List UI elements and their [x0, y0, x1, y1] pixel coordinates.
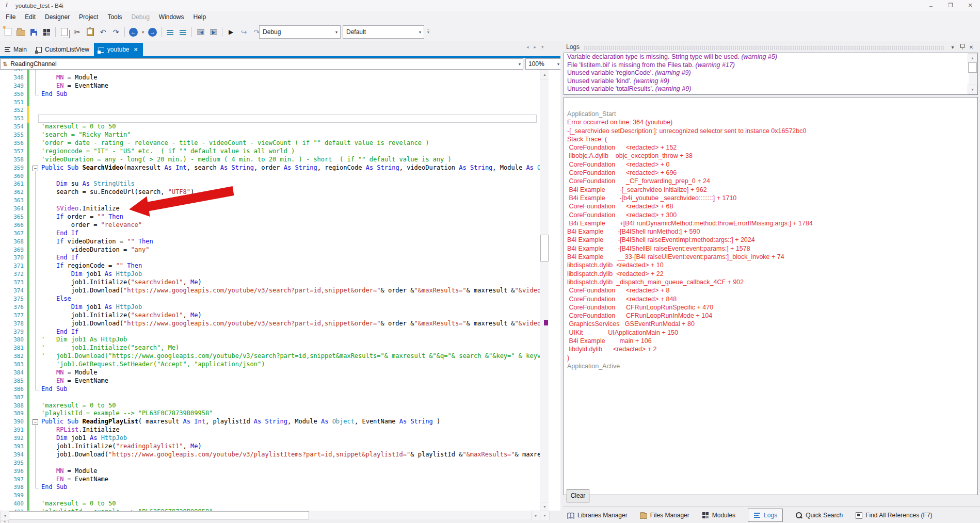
tab-list-icon[interactable]: ▾ [541, 44, 544, 50]
scrollbar-thumb[interactable] [540, 235, 549, 262]
code-line: 391 RPList.Initialize [0, 426, 540, 434]
code-line: 362 search = su.EncodeUrl(search, "UTF8"… [0, 188, 540, 197]
tab-files-manager[interactable]: Files Manager [640, 509, 689, 521]
paste-button[interactable] [84, 26, 96, 38]
fold-margin [30, 82, 41, 90]
menu-help[interactable]: Help [189, 12, 211, 22]
fold-toggle[interactable] [30, 164, 41, 172]
save-button[interactable] [28, 26, 40, 38]
code-text: 'regioncode = "IT" - "US" etc. ( if "" d… [41, 148, 295, 156]
tab-find-all-references[interactable]: Find All References (F7) [855, 509, 932, 521]
open-file-button[interactable] [15, 26, 27, 38]
change-marker [27, 74, 29, 82]
code-text: videoDuration = "any" [41, 246, 150, 254]
change-marker [27, 148, 29, 156]
cut-button[interactable]: ✂ [71, 26, 83, 38]
build-configuration-select[interactable]: Debug ▾ [259, 25, 341, 39]
fold-margin [30, 70, 41, 74]
menu-tools[interactable]: Tools [103, 12, 126, 22]
scroll-up-icon[interactable]: ▲ [968, 53, 977, 63]
run-button[interactable]: ▶ [225, 26, 237, 38]
redo-icon: ↷ [113, 28, 119, 36]
panel-close-icon[interactable]: ✕ [967, 44, 976, 50]
fold-margin [30, 197, 41, 205]
scrollbar-thumb[interactable] [968, 62, 977, 73]
code-text: End If [41, 328, 78, 336]
save-all-button[interactable] [41, 26, 53, 38]
copy-button[interactable] [58, 26, 70, 38]
line-number: 400 [0, 500, 27, 508]
scroll-left-icon[interactable]: ◄ [0, 520, 9, 523]
toolbar-separator [124, 27, 125, 37]
tab-modules[interactable]: Modules [702, 509, 735, 521]
menu-windows[interactable]: Windows [154, 12, 189, 22]
tab-customlistview[interactable]: CustomListView [31, 43, 94, 56]
scroll-down-icon[interactable]: ▼ [968, 85, 977, 94]
fold-margin [30, 279, 41, 287]
menu-debug[interactable]: Debug [126, 12, 154, 22]
redo-button[interactable]: ↷ [110, 26, 122, 38]
navigate-forward-button[interactable]: → [147, 26, 158, 38]
tab-close-icon[interactable]: ✕ [134, 46, 138, 53]
scroll-down-icon[interactable]: ▼ [540, 511, 550, 520]
code-line: 373 job1.Initialize("searchvideo1", Me) [0, 279, 540, 287]
code-editor[interactable]: 347348 MN = Module349 EN = EventName350E… [0, 70, 560, 511]
editor-vertical-scrollbar[interactable]: ▲ ▼ [540, 70, 549, 511]
uncomment-button[interactable] [177, 26, 189, 38]
editor-zoom-select[interactable]: 100% ▾ [525, 58, 562, 70]
menu-designer[interactable]: Designer [40, 12, 74, 22]
editor-horizontal-scrollbar[interactable]: ◄ ► [0, 511, 540, 519]
warnings-scrollbar[interactable]: ▲ ▼ [969, 53, 977, 93]
menu-project[interactable]: Project [74, 12, 103, 22]
tab-scroll-left-icon[interactable]: ◂ [526, 44, 529, 50]
tab-scroll-right-icon[interactable]: ▸ [534, 44, 537, 50]
line-number: 364 [0, 205, 27, 213]
restore-button[interactable]: ❐ [941, 0, 960, 11]
clear-logs-button[interactable]: Clear [567, 489, 589, 502]
undo-button[interactable]: ↶ [97, 26, 109, 38]
fold-toggle[interactable] [30, 418, 41, 426]
fold-margin [30, 238, 41, 246]
fold-margin [30, 377, 41, 385]
scrollbar-thumb[interactable] [9, 511, 309, 519]
tab-logs[interactable]: Logs [748, 509, 783, 522]
tab-main[interactable]: Main [0, 43, 31, 56]
panel-menu-icon[interactable]: ▾ [948, 44, 957, 50]
menu-file[interactable]: File [1, 12, 20, 22]
line-number: 367 [0, 230, 27, 238]
line-number: 370 [0, 254, 27, 262]
warnings-list[interactable]: Variable declaration type is missing. St… [564, 53, 978, 95]
tab-libraries-manager[interactable]: Libraries Manager [567, 509, 628, 521]
line-number: 368 [0, 238, 27, 246]
code-text: End If [41, 254, 78, 262]
navigate-history-dropdown[interactable]: ▾ [140, 26, 146, 38]
pin-icon[interactable] [957, 44, 967, 51]
designer-module-icon [5, 47, 10, 52]
profile-select[interactable]: Default ▾ [343, 25, 424, 39]
step-into-button[interactable]: ↪ [238, 26, 250, 38]
tab-quick-search[interactable]: Quick Search [795, 509, 843, 521]
current-sub-select[interactable]: ⇅ ReadingChannel ▾ [0, 58, 523, 70]
code-line: 377 job1.Initialize("searchvideo1", Me) [0, 312, 540, 320]
minimize-button[interactable]: – [921, 0, 941, 11]
toolbar-overflow-button[interactable]: ▾ [427, 29, 429, 35]
change-marker [27, 443, 29, 451]
fold-margin [30, 221, 41, 230]
line-number: 349 [0, 82, 27, 90]
line-number: 391 [0, 426, 27, 434]
new-file-button[interactable] [2, 26, 14, 38]
comment-icon [167, 29, 173, 35]
menu-edit[interactable]: Edit [20, 12, 40, 22]
comment-button[interactable] [164, 26, 176, 38]
indent-button[interactable] [207, 26, 219, 38]
chevron-down-icon: ▾ [335, 30, 338, 35]
code-line: 380' Dim job1 As HttpJob [0, 336, 540, 344]
log-line: UIKit UIApplicationMain + 150 [564, 329, 977, 337]
code-text: Public Sub SearchVideo(maxresult As Int,… [41, 164, 560, 172]
tab-label: Main [13, 46, 27, 53]
outdent-button[interactable] [195, 26, 206, 38]
tab-youtube[interactable]: youtube ✕ [94, 43, 143, 56]
close-button[interactable]: ✕ [960, 0, 980, 11]
navigate-back-button[interactable]: ← [127, 26, 139, 38]
log-output[interactable]: Application_StartError occurred on line:… [564, 97, 978, 495]
